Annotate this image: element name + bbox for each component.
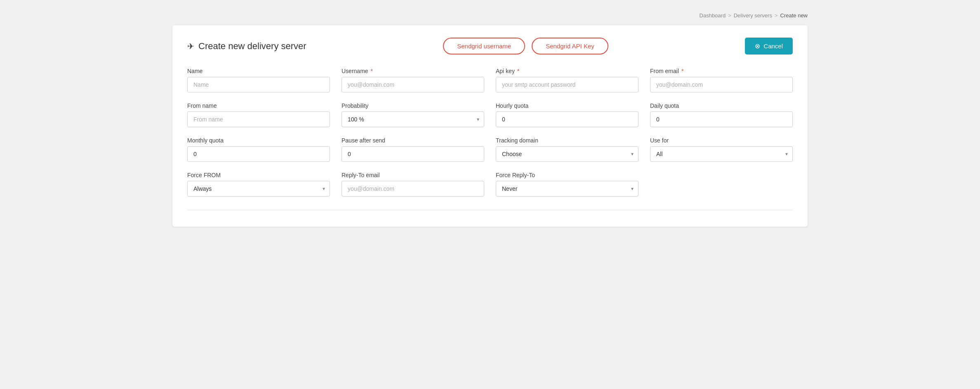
select-wrapper-force-reply-to: Never Always ▾ xyxy=(496,181,638,197)
field-empty-placeholder xyxy=(650,172,793,197)
breadcrumb-dashboard[interactable]: Dashboard xyxy=(700,12,726,19)
form-grid: Name Username * Api key * From email * xyxy=(187,68,793,197)
label-from-email: From email * xyxy=(650,68,793,74)
cancel-icon: ⊗ xyxy=(755,42,760,50)
field-api-key: Api key * xyxy=(496,68,638,93)
label-monthly-quota: Monthly quota xyxy=(187,137,330,144)
required-star-api-key: * xyxy=(516,68,519,74)
breadcrumb: Dashboard > Delivery servers > Create ne… xyxy=(172,8,808,25)
input-from-email[interactable] xyxy=(650,77,793,93)
field-from-name: From name xyxy=(187,102,330,127)
card-header: ✈ Create new delivery server Sendgrid us… xyxy=(187,38,793,55)
input-api-key[interactable] xyxy=(496,77,638,93)
main-card: ✈ Create new delivery server Sendgrid us… xyxy=(172,25,808,227)
input-reply-to-email[interactable] xyxy=(342,181,484,197)
page-title-text: Create new delivery server xyxy=(198,41,306,52)
field-tracking-domain: Tracking domain Choose ▾ xyxy=(496,137,638,162)
breadcrumb-create-new: Create new xyxy=(780,12,808,19)
field-reply-to-email: Reply-To email xyxy=(342,172,484,197)
tab-sendgrid-username[interactable]: Sendgrid username xyxy=(443,38,525,55)
select-use-for[interactable]: All Transactional Marketing xyxy=(650,146,793,162)
label-daily-quota: Daily quota xyxy=(650,102,793,109)
field-use-for: Use for All Transactional Marketing ▾ xyxy=(650,137,793,162)
label-pause-after-send: Pause after send xyxy=(342,137,484,144)
breadcrumb-sep-1: > xyxy=(728,12,731,19)
input-monthly-quota[interactable] xyxy=(187,146,330,162)
input-pause-after-send[interactable] xyxy=(342,146,484,162)
breadcrumb-sep-2: > xyxy=(775,12,778,19)
field-name: Name xyxy=(187,68,330,93)
label-tracking-domain: Tracking domain xyxy=(496,137,638,144)
field-probability: Probability 100 % 75 % 50 % 25 % ▾ xyxy=(342,102,484,127)
label-force-reply-to: Force Reply-To xyxy=(496,172,638,178)
input-from-name[interactable] xyxy=(187,111,330,127)
select-wrapper-tracking-domain: Choose ▾ xyxy=(496,146,638,162)
field-force-reply-to: Force Reply-To Never Always ▾ xyxy=(496,172,638,197)
select-wrapper-probability: 100 % 75 % 50 % 25 % ▾ xyxy=(342,111,484,127)
select-probability[interactable]: 100 % 75 % 50 % 25 % xyxy=(342,111,484,127)
page-wrapper: Dashboard > Delivery servers > Create ne… xyxy=(172,8,808,227)
input-hourly-quota[interactable] xyxy=(496,111,638,127)
label-from-name: From name xyxy=(187,102,330,109)
field-daily-quota: Daily quota xyxy=(650,102,793,127)
field-hourly-quota: Hourly quota xyxy=(496,102,638,127)
breadcrumb-delivery-servers[interactable]: Delivery servers xyxy=(734,12,772,19)
required-star-from-email: * xyxy=(680,68,683,74)
input-username[interactable] xyxy=(342,77,484,93)
field-monthly-quota: Monthly quota xyxy=(187,137,330,162)
paper-plane-icon: ✈ xyxy=(187,41,194,51)
page-title: ✈ Create new delivery server xyxy=(187,41,306,52)
field-pause-after-send: Pause after send xyxy=(342,137,484,162)
label-reply-to-email: Reply-To email xyxy=(342,172,484,178)
field-from-email: From email * xyxy=(650,68,793,93)
field-username: Username * xyxy=(342,68,484,93)
label-name: Name xyxy=(187,68,330,74)
select-wrapper-force-from: Always Never When empty ▾ xyxy=(187,181,330,197)
input-name[interactable] xyxy=(187,77,330,93)
cancel-label: Cancel xyxy=(763,43,783,50)
tab-buttons: Sendgrid username Sendgrid API Key xyxy=(316,38,735,55)
select-tracking-domain[interactable]: Choose xyxy=(496,146,638,162)
tab-sendgrid-api-key[interactable]: Sendgrid API Key xyxy=(532,38,608,55)
label-api-key: Api key * xyxy=(496,68,638,74)
label-username: Username * xyxy=(342,68,484,74)
field-force-from: Force FROM Always Never When empty ▾ xyxy=(187,172,330,197)
cancel-button[interactable]: ⊗ Cancel xyxy=(745,38,793,55)
form-divider xyxy=(187,210,793,210)
select-force-from[interactable]: Always Never When empty xyxy=(187,181,330,197)
required-star-username: * xyxy=(369,68,373,74)
label-force-from: Force FROM xyxy=(187,172,330,178)
label-hourly-quota: Hourly quota xyxy=(496,102,638,109)
input-daily-quota[interactable] xyxy=(650,111,793,127)
label-probability: Probability xyxy=(342,102,484,109)
select-wrapper-use-for: All Transactional Marketing ▾ xyxy=(650,146,793,162)
label-use-for: Use for xyxy=(650,137,793,144)
select-force-reply-to[interactable]: Never Always xyxy=(496,181,638,197)
